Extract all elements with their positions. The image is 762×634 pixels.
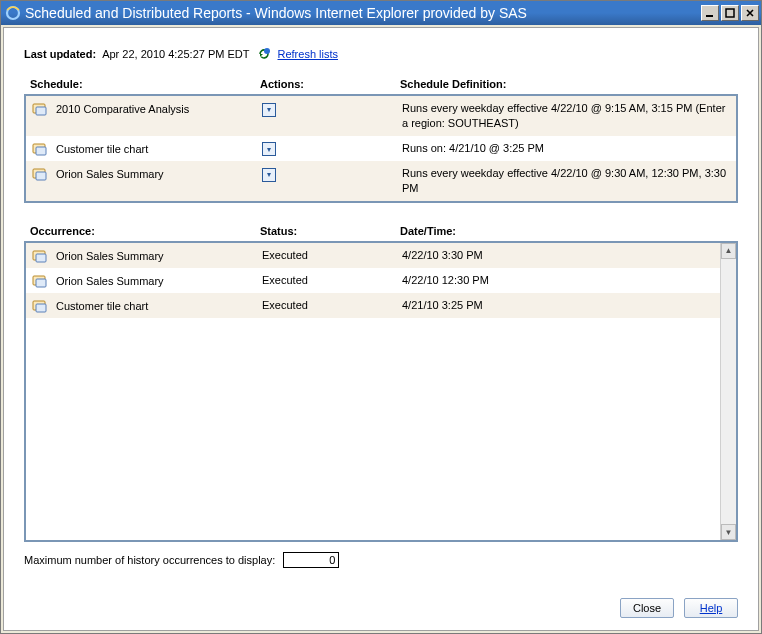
occurrence-status: Executed xyxy=(262,248,402,261)
window-title: Scheduled and Distributed Reports - Wind… xyxy=(25,5,701,21)
report-icon xyxy=(32,167,50,181)
scroll-down-icon[interactable]: ▼ xyxy=(721,524,736,540)
header-occurrence: Occurrence: xyxy=(30,225,260,237)
svg-rect-9 xyxy=(36,172,46,180)
schedule-definition: Runs on: 4/21/10 @ 3:25 PM xyxy=(402,141,730,156)
max-history-line: Maximum number of history occurrences to… xyxy=(24,552,738,568)
report-icon xyxy=(32,102,50,116)
schedule-row: Orion Sales Summary ▾ Runs every weekday… xyxy=(26,161,736,201)
occurrence-headers: Occurrence: Status: Date/Time: xyxy=(30,225,738,237)
occurrence-name: Customer tile chart xyxy=(56,298,262,312)
last-updated-line: Last updated: Apr 22, 2010 4:25:27 PM ED… xyxy=(24,46,738,62)
max-history-label: Maximum number of history occurrences to… xyxy=(24,554,275,566)
refresh-lists-link[interactable]: Refresh lists xyxy=(278,48,339,60)
close-window-button[interactable] xyxy=(741,5,759,21)
occurrence-list: Orion Sales Summary Executed 4/22/10 3:3… xyxy=(26,243,720,540)
svg-rect-15 xyxy=(36,304,46,312)
schedule-definition: Runs every weekday effective 4/22/10 @ 9… xyxy=(402,101,730,131)
report-icon xyxy=(32,274,50,288)
max-history-input[interactable] xyxy=(283,552,339,568)
minimize-button[interactable] xyxy=(701,5,719,21)
schedule-name: 2010 Comparative Analysis xyxy=(56,101,262,115)
ie-icon xyxy=(5,5,21,21)
header-status: Status: xyxy=(260,225,400,237)
occurrence-datetime: 4/22/10 3:30 PM xyxy=(402,248,714,263)
svg-rect-5 xyxy=(36,107,46,115)
schedule-panel: 2010 Comparative Analysis ▾ Runs every w… xyxy=(24,94,738,203)
action-menu-icon[interactable]: ▾ xyxy=(262,142,276,156)
report-icon xyxy=(32,299,50,313)
occurrence-panel: Orion Sales Summary Executed 4/22/10 3:3… xyxy=(24,241,738,542)
window-frame: Scheduled and Distributed Reports - Wind… xyxy=(0,0,762,634)
header-schedule: Schedule: xyxy=(30,78,260,90)
schedule-row: Customer tile chart ▾ Runs on: 4/21/10 @… xyxy=(26,136,736,162)
occurrence-status: Executed xyxy=(262,298,402,311)
svg-rect-7 xyxy=(36,147,46,155)
svg-rect-1 xyxy=(706,15,713,17)
schedule-name: Orion Sales Summary xyxy=(56,166,262,180)
last-updated-value: Apr 22, 2010 4:25:27 PM EDT xyxy=(102,48,249,60)
action-menu-icon[interactable]: ▾ xyxy=(262,103,276,117)
schedule-row: 2010 Comparative Analysis ▾ Runs every w… xyxy=(26,96,736,136)
svg-rect-11 xyxy=(36,254,46,262)
svg-rect-2 xyxy=(726,9,734,17)
scroll-up-icon[interactable]: ▲ xyxy=(721,243,736,259)
refresh-icon[interactable] xyxy=(256,46,272,62)
maximize-button[interactable] xyxy=(721,5,739,21)
schedule-definition: Runs every weekday effective 4/22/10 @ 9… xyxy=(402,166,730,196)
header-datetime: Date/Time: xyxy=(400,225,738,237)
schedule-name: Customer tile chart xyxy=(56,141,262,155)
header-definition: Schedule Definition: xyxy=(400,78,738,90)
scrollbar[interactable]: ▲ ▼ xyxy=(720,243,736,540)
window-controls xyxy=(701,5,759,21)
occurrence-status: Executed xyxy=(262,273,402,286)
schedule-headers: Schedule: Actions: Schedule Definition: xyxy=(30,78,738,90)
occurrence-datetime: 4/21/10 3:25 PM xyxy=(402,298,714,313)
svg-point-3 xyxy=(264,48,270,54)
dialog-buttons: Close Help xyxy=(24,598,738,618)
occurrence-name: Orion Sales Summary xyxy=(56,248,262,262)
help-button[interactable]: Help xyxy=(684,598,738,618)
action-menu-icon[interactable]: ▾ xyxy=(262,168,276,182)
occurrence-name: Orion Sales Summary xyxy=(56,273,262,287)
content-area: Last updated: Apr 22, 2010 4:25:27 PM ED… xyxy=(3,27,759,631)
report-icon xyxy=(32,249,50,263)
occurrence-row: Orion Sales Summary Executed 4/22/10 3:3… xyxy=(26,243,720,268)
occurrence-row: Customer tile chart Executed 4/21/10 3:2… xyxy=(26,293,720,318)
svg-rect-13 xyxy=(36,279,46,287)
last-updated-label: Last updated: xyxy=(24,48,96,60)
report-icon xyxy=(32,142,50,156)
titlebar: Scheduled and Distributed Reports - Wind… xyxy=(1,1,761,25)
close-button[interactable]: Close xyxy=(620,598,674,618)
occurrence-row: Orion Sales Summary Executed 4/22/10 12:… xyxy=(26,268,720,293)
occurrence-datetime: 4/22/10 12:30 PM xyxy=(402,273,714,288)
header-actions: Actions: xyxy=(260,78,400,90)
